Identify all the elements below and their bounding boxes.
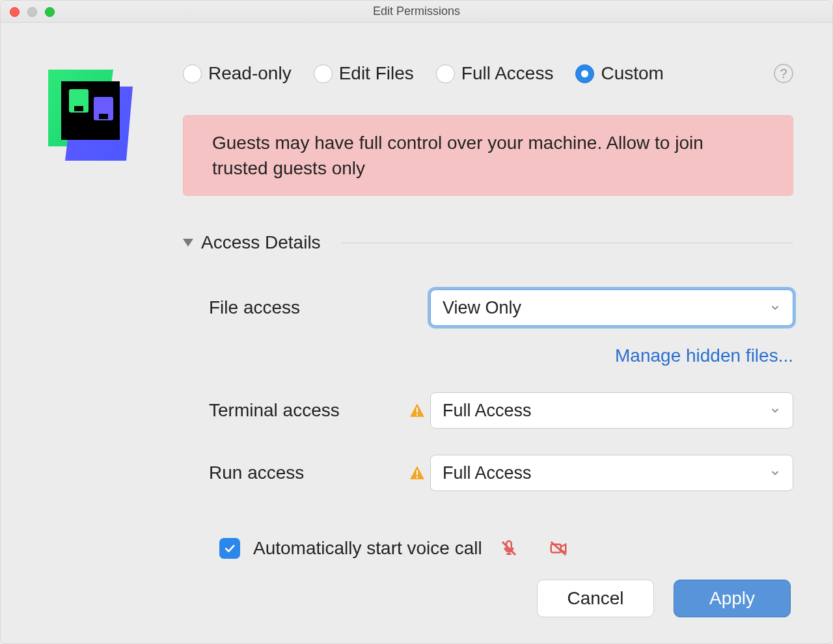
radio-edit-files[interactable]: Edit Files <box>314 63 414 84</box>
run-access-value: Full Access <box>443 463 532 483</box>
radio-read-only[interactable]: Read-only <box>183 63 292 84</box>
voice-call-row: Automatically start voice call <box>183 538 793 559</box>
warning-banner: Guests may have full control over your m… <box>183 115 793 196</box>
minimize-window-button[interactable] <box>27 7 37 17</box>
run-access-select[interactable]: Full Access <box>430 455 793 491</box>
check-icon <box>223 542 236 555</box>
help-button[interactable]: ? <box>774 64 793 83</box>
svg-rect-9 <box>416 470 418 476</box>
dialog-body: Read-only Edit Files Full Access Custom … <box>1 23 832 643</box>
content-column: Read-only Edit Files Full Access Custom … <box>183 63 793 617</box>
auto-voice-call-label: Automatically start voice call <box>253 538 482 559</box>
window-controls <box>10 7 55 17</box>
chevron-down-icon <box>769 298 781 318</box>
divider <box>342 243 793 243</box>
camera-off-icon <box>547 539 569 558</box>
chevron-down-icon <box>769 401 781 421</box>
terminal-access-warning-icon <box>404 402 430 419</box>
file-access-select[interactable]: View Only <box>430 289 793 326</box>
chevron-down-icon <box>769 463 781 483</box>
access-details-header[interactable]: Access Details <box>183 232 793 253</box>
access-details-panel: File access View Only Manage hidden file… <box>183 289 793 491</box>
disclosure-triangle-icon <box>183 239 193 247</box>
svg-rect-8 <box>416 414 418 416</box>
permission-preset-radios: Read-only Edit Files Full Access Custom … <box>183 63 793 84</box>
zoom-window-button[interactable] <box>45 7 55 17</box>
run-access-warning-icon <box>404 464 430 481</box>
file-access-row: File access View Only <box>209 289 793 326</box>
svg-rect-6 <box>99 114 108 119</box>
titlebar: Edit Permissions <box>1 1 832 23</box>
window-title: Edit Permissions <box>373 5 460 18</box>
radio-full-access[interactable]: Full Access <box>436 63 554 84</box>
warning-triangle-icon <box>408 464 426 481</box>
radio-read-only-label: Read-only <box>208 63 292 84</box>
svg-rect-5 <box>74 106 83 111</box>
svg-rect-7 <box>416 408 418 413</box>
manage-hidden-row: Manage hidden files... <box>209 345 793 366</box>
auto-voice-call-checkbox[interactable] <box>219 538 240 559</box>
run-access-label: Run access <box>209 463 404 483</box>
terminal-access-label: Terminal access <box>209 400 404 421</box>
radio-full-access-label: Full Access <box>461 63 554 84</box>
radio-edit-files-label: Edit Files <box>339 63 414 84</box>
radio-circle-selected-icon <box>575 64 594 83</box>
terminal-access-value: Full Access <box>443 401 532 421</box>
button-bar: Cancel Apply <box>183 580 793 617</box>
cancel-button[interactable]: Cancel <box>537 580 654 617</box>
radio-circle-icon <box>436 64 455 83</box>
radio-custom[interactable]: Custom <box>575 63 663 84</box>
mic-muted-icon <box>499 539 519 558</box>
terminal-access-row: Terminal access Full Access <box>209 392 793 429</box>
close-window-button[interactable] <box>10 7 20 17</box>
apply-button[interactable]: Apply <box>674 580 791 617</box>
app-icon <box>40 63 137 617</box>
code-with-me-icon <box>43 63 134 161</box>
svg-rect-10 <box>416 477 418 478</box>
warning-triangle-icon <box>408 402 426 419</box>
run-access-row: Run access Full Access <box>209 455 793 491</box>
edit-permissions-window: Edit Permissions <box>0 0 833 644</box>
radio-custom-label: Custom <box>601 63 663 84</box>
file-access-label: File access <box>209 297 404 318</box>
manage-hidden-files-link[interactable]: Manage hidden files... <box>615 345 793 366</box>
access-details-label: Access Details <box>201 232 321 253</box>
terminal-access-select[interactable]: Full Access <box>430 392 793 429</box>
file-access-value: View Only <box>443 298 521 318</box>
radio-circle-icon <box>183 64 202 83</box>
radio-circle-icon <box>314 64 333 83</box>
